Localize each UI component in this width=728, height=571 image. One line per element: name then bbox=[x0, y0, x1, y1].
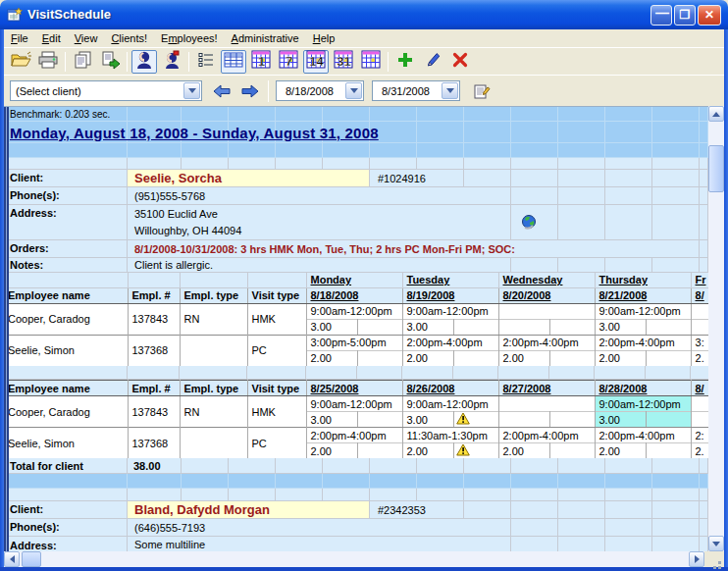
visit-time-cell[interactable] bbox=[691, 303, 708, 319]
visit-flag-cell[interactable] bbox=[453, 412, 498, 428]
visit-flag-cell[interactable] bbox=[549, 412, 595, 428]
client-name-cell[interactable]: Seelie, Sorcha bbox=[128, 170, 370, 187]
chevron-down-icon[interactable] bbox=[442, 82, 458, 99]
visit-time-cell[interactable]: 2: bbox=[691, 428, 708, 443]
visit-flag-cell[interactable] bbox=[549, 319, 595, 335]
employee-person-button[interactable] bbox=[159, 50, 184, 74]
visit-time-cell[interactable]: 2:00pm-4:00pm bbox=[306, 428, 402, 443]
vertical-scrollbar[interactable] bbox=[708, 106, 724, 551]
visit-time-cell[interactable]: 9:00am-12:00pm bbox=[306, 303, 402, 319]
visit-flag-cell[interactable] bbox=[453, 350, 498, 366]
menu-item-employees[interactable]: Employees! bbox=[154, 30, 225, 46]
visit-flag-cell[interactable] bbox=[453, 443, 498, 459]
visit-hours-cell[interactable]: 2.00 bbox=[595, 350, 646, 366]
calendar-31-button[interactable]: 31 bbox=[331, 50, 356, 74]
maximize-button[interactable]: ❐ bbox=[674, 5, 696, 26]
visit-time-cell[interactable]: 9:00am-12:00pm bbox=[402, 303, 498, 319]
chevron-down-icon[interactable] bbox=[183, 82, 200, 99]
visit-flag-cell[interactable] bbox=[549, 443, 595, 459]
visit-hours-cell[interactable]: 2.00 bbox=[498, 443, 549, 459]
list-view-button[interactable] bbox=[193, 50, 219, 74]
visit-hours-cell[interactable]: 2.00 bbox=[402, 350, 453, 366]
add-button[interactable] bbox=[392, 50, 418, 74]
visit-hours-cell[interactable]: 3.00 bbox=[595, 412, 646, 428]
visit-hours-cell[interactable]: 2.00 bbox=[498, 350, 549, 366]
visit-time-cell[interactable]: 11:30am-1:30pm bbox=[402, 428, 498, 443]
scroll-up-button[interactable] bbox=[708, 106, 724, 122]
resize-grip[interactable] bbox=[704, 551, 724, 567]
grid-view-button[interactable] bbox=[221, 50, 246, 74]
visit-flag-cell[interactable] bbox=[646, 443, 691, 459]
visit-flag-cell[interactable] bbox=[646, 412, 691, 428]
horizontal-scroll-thumb[interactable] bbox=[22, 551, 41, 567]
chevron-down-icon[interactable] bbox=[345, 82, 362, 99]
client-select-combobox[interactable]: (Select client) bbox=[10, 80, 202, 101]
visit-flag-cell[interactable] bbox=[357, 319, 402, 335]
minimize-button[interactable]: — bbox=[650, 5, 672, 26]
visit-hours-cell[interactable]: 2.00 bbox=[306, 350, 357, 366]
menu-item-edit[interactable]: Edit bbox=[35, 30, 68, 46]
visit-time-cell[interactable]: 2:00pm-4:00pm bbox=[595, 335, 691, 350]
edit-button[interactable] bbox=[420, 50, 445, 74]
visit-hours-cell[interactable]: 2. bbox=[691, 350, 708, 366]
visit-hours-cell[interactable]: 2.00 bbox=[402, 443, 453, 459]
visit-flag-cell[interactable] bbox=[453, 319, 498, 335]
visit-time-cell[interactable]: 3: bbox=[691, 335, 708, 350]
visit-hours-cell[interactable]: 2.00 bbox=[595, 443, 646, 459]
menu-item-administrative[interactable]: Administrative bbox=[225, 30, 306, 46]
open-folder-button[interactable] bbox=[8, 50, 33, 74]
visit-hours-cell[interactable]: 3.00 bbox=[595, 319, 646, 335]
visit-time-cell[interactable]: 9:00am-12:00pm bbox=[595, 396, 691, 412]
client-person-button[interactable] bbox=[131, 50, 157, 74]
close-button[interactable]: ✕ bbox=[698, 5, 721, 26]
visit-time-cell[interactable]: 3:00pm-5:00pm bbox=[306, 335, 402, 350]
visit-time-cell[interactable] bbox=[498, 396, 595, 412]
visit-flag-cell[interactable] bbox=[646, 350, 691, 366]
menu-item-clients[interactable]: Clients! bbox=[104, 30, 154, 46]
vertical-scroll-thumb[interactable] bbox=[708, 145, 724, 192]
visit-time-cell[interactable]: 2:00pm-4:00pm bbox=[498, 428, 595, 443]
properties-button[interactable] bbox=[470, 81, 494, 101]
visit-hours-cell[interactable]: 3.00 bbox=[306, 412, 357, 428]
date-to-combobox[interactable]: 8/31/2008 bbox=[372, 80, 460, 101]
visit-time-cell[interactable]: 2:00pm-4:00pm bbox=[402, 335, 498, 350]
visit-time-cell[interactable]: 2:00pm-4:00pm bbox=[595, 428, 691, 443]
visit-flag-cell[interactable] bbox=[549, 350, 595, 366]
visit-hours-cell[interactable]: 3.00 bbox=[306, 319, 357, 335]
report-pages-button[interactable] bbox=[70, 50, 95, 74]
export-pages-button[interactable] bbox=[97, 50, 123, 74]
horizontal-scrollbar[interactable] bbox=[4, 551, 704, 567]
visit-time-cell[interactable]: 2:00pm-4:00pm bbox=[498, 335, 595, 350]
next-period-button[interactable] bbox=[237, 81, 261, 101]
visit-flag-cell[interactable] bbox=[357, 350, 402, 366]
print-button[interactable] bbox=[35, 50, 61, 74]
delete-button[interactable] bbox=[447, 50, 473, 74]
visit-time-cell[interactable] bbox=[498, 303, 595, 319]
visit-hours-cell[interactable]: 3.00 bbox=[402, 412, 453, 428]
visit-hours-cell[interactable] bbox=[691, 319, 708, 335]
calendar-7-button[interactable]: 7 bbox=[276, 50, 301, 74]
visit-time-cell[interactable] bbox=[691, 396, 708, 412]
visit-time-cell[interactable]: 9:00am-12:00pm bbox=[402, 396, 498, 412]
calendar-14-button[interactable]: 14 bbox=[303, 50, 329, 74]
scroll-down-button[interactable] bbox=[708, 536, 724, 551]
map-globe-icon[interactable] bbox=[521, 214, 538, 234]
visit-hours-cell[interactable] bbox=[691, 412, 708, 428]
visit-hours-cell[interactable]: 2. bbox=[691, 443, 708, 459]
scroll-left-button[interactable] bbox=[4, 551, 20, 567]
menu-item-view[interactable]: View bbox=[68, 30, 105, 46]
visit-time-cell[interactable]: 9:00am-12:00pm bbox=[595, 303, 691, 319]
visit-time-cell[interactable]: 9:00am-12:00pm bbox=[306, 396, 402, 412]
visit-hours-cell[interactable] bbox=[498, 412, 549, 428]
menu-item-help[interactable]: Help bbox=[306, 30, 342, 46]
prev-period-button[interactable] bbox=[210, 81, 234, 101]
calendar-1-button[interactable]: 1 bbox=[248, 50, 274, 74]
scroll-right-button[interactable] bbox=[689, 551, 704, 567]
visit-hours-cell[interactable]: 2.00 bbox=[306, 443, 357, 459]
menu-item-file[interactable]: File bbox=[4, 30, 35, 46]
client-name-cell[interactable]: Bland, Dafydd Morgan bbox=[128, 501, 370, 519]
visit-hours-cell[interactable] bbox=[498, 319, 549, 335]
date-from-combobox[interactable]: 8/18/2008 bbox=[276, 80, 364, 101]
visit-hours-cell[interactable]: 3.00 bbox=[402, 319, 453, 335]
visit-flag-cell[interactable] bbox=[357, 443, 402, 459]
